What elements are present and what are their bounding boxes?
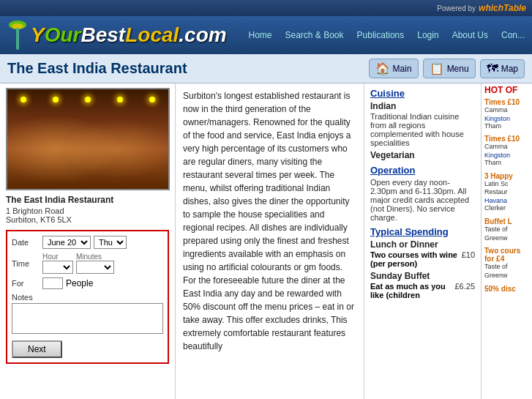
- date-row: Date June 20 Thu: [12, 236, 163, 249]
- hot-item-4-line1: Greenw: [484, 272, 529, 280]
- spending-item-1-price: £6.25: [454, 282, 475, 291]
- hot-item-4-line0: Taste of: [484, 263, 529, 272]
- minutes-sublabel: Minutes: [76, 253, 114, 261]
- hot-item-0-line0: Camma: [484, 106, 529, 115]
- menu-icon: 📋: [430, 61, 444, 75]
- light-3: [85, 97, 91, 102]
- minutes-select[interactable]: [76, 261, 114, 274]
- nav-publications[interactable]: Publications: [357, 30, 405, 40]
- nav-about[interactable]: About Us: [452, 30, 488, 40]
- spending-item-1-row: Eat as much as you like (children £6.25: [370, 282, 475, 299]
- light-4: [117, 97, 123, 102]
- restaurant-address1: 1 Brighton Road: [6, 206, 169, 215]
- hot-item-2: 3 Happy Latin Sc Restaur Havana Clerker: [484, 172, 529, 213]
- hot-item-0: Times £10 Camma Kingston Tham: [484, 98, 529, 130]
- which-text: which: [479, 3, 503, 13]
- logo-best: Best: [80, 23, 125, 46]
- hot-item-2-title: 3 Happy: [484, 172, 529, 180]
- powered-by-label: Powered by: [437, 4, 476, 12]
- hot-item-1-line2: Tham: [484, 159, 529, 168]
- month-select[interactable]: June 20: [42, 236, 91, 249]
- restaurant-image: [6, 88, 170, 190]
- date-label: Date: [12, 238, 40, 247]
- hot-item-0-line1[interactable]: Kingston: [484, 115, 529, 122]
- nav-search[interactable]: Search & Book: [285, 30, 343, 40]
- spending-section-title: Typical Spending: [370, 226, 475, 237]
- hot-item-4-title: Two cours for £4: [484, 247, 529, 263]
- day-select[interactable]: Thu: [94, 236, 127, 249]
- site-header: YOurBestLocal.com Home Search & Book Pub…: [0, 16, 532, 54]
- hour-sublabel: Hour: [42, 253, 73, 261]
- vegetarian-label: Vegetarian: [370, 150, 475, 160]
- hot-item-0-title: Times £10: [484, 98, 529, 106]
- hot-item-5: 50% disc: [484, 285, 529, 293]
- right-info-panel: Cuisine Indian Traditional Indian cuisin…: [364, 83, 481, 399]
- hot-item-2-line0: Latin Sc: [484, 180, 529, 189]
- hour-select[interactable]: [42, 261, 73, 274]
- title-bar: The East India Restaurant 🏠 Main 📋 Menu …: [0, 54, 532, 83]
- logo-our: Our: [45, 23, 81, 46]
- hot-panel: HOT OF Times £10 Camma Kingston Tham Tim…: [481, 83, 532, 399]
- tab-menu-label: Menu: [447, 64, 469, 74]
- nav-contact[interactable]: Con...: [501, 30, 525, 40]
- for-row: For People: [12, 277, 163, 289]
- tab-main[interactable]: 🏠 Main: [369, 59, 419, 78]
- light-1: [20, 97, 26, 102]
- restaurant-address2: Surbiton, KT6 5LX: [6, 215, 169, 224]
- top-bar: Powered by whichTable: [0, 0, 532, 16]
- booking-form: Date June 20 Thu Time Hour: [6, 230, 169, 364]
- time-label: Time: [12, 259, 40, 268]
- cuisine-section-title: Cuisine: [370, 88, 475, 99]
- tab-map-label: Map: [501, 64, 518, 74]
- hot-item-2-line1: Restaur: [484, 188, 529, 197]
- minutes-col: Minutes: [76, 253, 114, 274]
- hour-col: Hour: [42, 253, 73, 274]
- hot-item-1-line0: Camma: [484, 143, 529, 152]
- hot-panel-title: HOT OF: [484, 85, 529, 95]
- hot-item-3-title: Buffet L: [484, 217, 529, 225]
- logo-text: YOurBestLocal.com: [31, 23, 227, 47]
- light-2: [53, 97, 59, 102]
- notes-textarea[interactable]: [12, 303, 163, 334]
- people-label: People: [66, 278, 93, 288]
- hot-item-1-title: Times £10: [484, 135, 529, 143]
- hot-item-1-line1[interactable]: Kingston: [484, 152, 529, 159]
- spending-item-1-sublabel: Eat as much as you like (children: [370, 282, 454, 299]
- hot-item-0-line2: Tham: [484, 122, 529, 131]
- nav-login[interactable]: Login: [417, 30, 438, 40]
- nav-home[interactable]: Home: [248, 30, 271, 40]
- hot-item-5-title: 50% disc: [484, 285, 529, 293]
- middle-panel: Surbiton's longest established restauran…: [176, 83, 364, 399]
- main-area: The East India Restaurant 1 Brighton Roa…: [0, 83, 532, 399]
- hot-item-4: Two cours for £4 Taste of Greenw: [484, 247, 529, 280]
- cuisine-desc: Traditional Indian cuisine from all regi…: [370, 112, 475, 147]
- operation-desc: Open every day noon-2.30pm and 6-11.30pm…: [370, 178, 475, 222]
- hour-group: Hour Minutes: [42, 253, 114, 274]
- tab-menu[interactable]: 📋 Menu: [423, 59, 476, 78]
- hot-item-1: Times £10 Camma Kingston Tham: [484, 135, 529, 167]
- spending-item-1-label: Sunday Buffet: [370, 271, 475, 281]
- main-nav: Home Search & Book Publications Login Ab…: [248, 30, 525, 40]
- left-panel: The East India Restaurant 1 Brighton Roa…: [0, 83, 176, 399]
- home-icon: 🏠: [375, 61, 390, 75]
- hot-item-2-line2[interactable]: Havana: [484, 197, 529, 204]
- hot-item-3-line0: Taste of: [484, 225, 529, 234]
- hot-item-3-line1: Greenw: [484, 234, 529, 243]
- spending-item-0-sublabel: Two courses with wine (per person): [370, 250, 462, 268]
- cuisine-type: Indian: [370, 101, 475, 111]
- people-count-input[interactable]: [42, 277, 63, 289]
- restaurant-description: Surbiton's longest established restauran…: [183, 89, 356, 353]
- logo-com: .com: [179, 23, 226, 46]
- time-row: Time Hour Minutes: [12, 253, 163, 274]
- page-title: The East India Restaurant: [7, 60, 187, 77]
- logo-local: Local: [125, 23, 179, 46]
- tab-map[interactable]: 🗺 Map: [480, 59, 525, 78]
- notes-row: Notes: [12, 293, 163, 334]
- whichtable-logo: whichTable: [479, 3, 526, 13]
- spending-item-0-price: £10: [462, 250, 475, 259]
- next-button[interactable]: Next: [12, 340, 62, 358]
- map-icon: 🗺: [487, 62, 498, 75]
- title-tabs: 🏠 Main 📋 Menu 🗺 Map: [369, 59, 525, 78]
- table-text: Table: [503, 3, 526, 13]
- notes-label: Notes: [12, 293, 40, 302]
